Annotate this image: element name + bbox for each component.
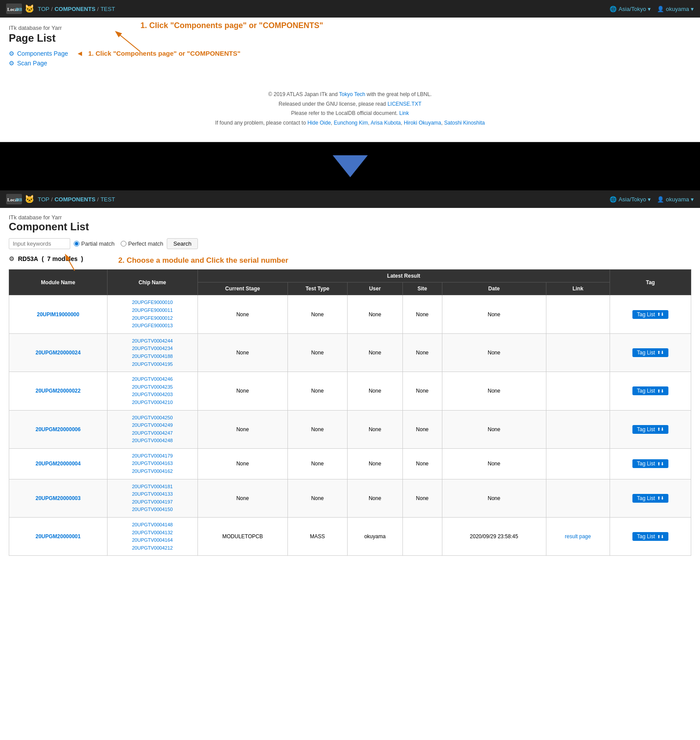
module-link[interactable]: 20UPGM20000001 xyxy=(36,533,81,540)
chip-link[interactable]: 20UPGTV0004133 xyxy=(112,490,193,498)
table-row: 20UPIM1900000020UPGFE900001020UPGFE90000… xyxy=(9,295,691,333)
contact-eunchong[interactable]: Eunchong Kim xyxy=(334,120,368,126)
tag-list-button[interactable]: Tag List ⬆⬇ xyxy=(632,386,668,395)
timezone-dropdown[interactable]: 🌐 Asia/Tokyo ▾ xyxy=(610,6,651,12)
tag-cell: Tag List ⬆⬇ xyxy=(610,333,691,372)
link-cell xyxy=(546,410,610,448)
chip-link[interactable]: 20UPGTV0004188 xyxy=(112,353,193,361)
chip-link[interactable]: 20UPGTV0004210 xyxy=(112,399,193,407)
test-type-cell: None xyxy=(287,295,347,333)
module-link[interactable]: 20UPGM20000022 xyxy=(36,388,81,394)
chip-link[interactable]: 20UPGTV0004203 xyxy=(112,391,193,399)
bottom-brand-logo[interactable]: Local DB 🐱 xyxy=(6,193,34,205)
top-subtitle: ITk database for Yarr xyxy=(9,25,691,31)
tag-list-button[interactable]: Tag List ⬆⬇ xyxy=(632,348,668,357)
current-stage-cell: None xyxy=(197,372,287,410)
th-link: Link xyxy=(546,282,610,295)
bottom-nav-top-link[interactable]: TOP xyxy=(38,196,50,203)
tokyo-tech-link[interactable]: Tokyo Tech xyxy=(339,91,365,97)
chip-link[interactable]: 20UPGTV0004246 xyxy=(112,375,193,383)
license-link[interactable]: LICENSE.TXT xyxy=(388,101,421,107)
component-list-content: ITk database for Yarr Component List Par… xyxy=(0,208,700,562)
chip-link[interactable]: 20UPGFE9000011 xyxy=(112,307,193,315)
doc-link[interactable]: Link xyxy=(399,110,409,116)
chip-link[interactable]: 20UPGTV0004162 xyxy=(112,468,193,475)
chip-link[interactable]: 20UPGTV0004212 xyxy=(112,544,193,552)
step1-annotation: 1. Click "Components page" or "COMPONENT… xyxy=(88,50,241,57)
chip-link[interactable]: 20UPGTV0004235 xyxy=(112,383,193,391)
module-name-cell: 20UPGM20000006 xyxy=(9,410,108,448)
th-tag: Tag xyxy=(610,270,691,295)
partial-match-radio[interactable] xyxy=(74,241,79,247)
contact-satoshi[interactable]: Satoshi Kinoshita xyxy=(444,120,485,126)
chip-link[interactable]: 20UPGTV0004244 xyxy=(112,337,193,345)
tag-list-button[interactable]: Tag List ⬆⬇ xyxy=(632,459,668,468)
user-cell: okuyama xyxy=(347,518,402,556)
brand-logo[interactable]: Local DB 🐱 xyxy=(6,3,34,15)
contact-arisa[interactable]: Arisa Kubota xyxy=(371,120,401,126)
module-link[interactable]: 20UPGM20000006 xyxy=(36,426,81,433)
tag-list-button[interactable]: Tag List ⬆⬇ xyxy=(632,310,668,319)
contact-hide[interactable]: Hide Oide xyxy=(307,120,330,126)
chip-link[interactable]: 20UPGTV0004250 xyxy=(112,414,193,422)
tag-list-button[interactable]: Tag List ⬆⬇ xyxy=(632,494,668,503)
step2-annotation: 2. Choose a module and Click the serial … xyxy=(118,256,288,265)
scan-gear-icon: ⚙ xyxy=(9,60,14,67)
partial-match-label[interactable]: Partial match xyxy=(74,240,115,247)
module-link[interactable]: 20UPIM19000000 xyxy=(37,311,79,318)
bottom-user-icon: 👤 xyxy=(657,196,664,203)
contact-hiroki[interactable]: Hiroki Okuyama xyxy=(404,120,441,126)
chip-link[interactable]: 20UPGTV0004148 xyxy=(112,521,193,529)
user-dropdown[interactable]: 👤 okuyama ▾ xyxy=(657,6,694,12)
top-nav-right: 🌐 Asia/Tokyo ▾ 👤 okuyama ▾ xyxy=(610,6,694,12)
bottom-user-dropdown[interactable]: 👤 okuyama ▾ xyxy=(657,196,694,203)
module-link[interactable]: 20UPGM20000003 xyxy=(36,495,81,501)
chip-name-cell: 20UPGTV000424620UPGTV000423520UPGTV00042… xyxy=(107,372,197,410)
chip-link[interactable]: 20UPGTV0004234 xyxy=(112,345,193,353)
nav-test-link[interactable]: TEST xyxy=(101,6,115,12)
bottom-timezone-dropdown[interactable]: 🌐 Asia/Tokyo ▾ xyxy=(610,196,651,203)
transition-divider xyxy=(0,142,700,190)
chip-link[interactable]: 20UPGTV0004163 xyxy=(112,460,193,468)
chip-link[interactable]: 20UPGTV0004249 xyxy=(112,422,193,429)
result-link[interactable]: result page xyxy=(565,533,591,540)
user-cell: None xyxy=(347,333,402,372)
module-link[interactable]: 20UPGM20000024 xyxy=(36,350,81,356)
perfect-match-label[interactable]: Perfect match xyxy=(121,240,163,247)
bottom-timezone-chevron: ▾ xyxy=(648,196,651,203)
chip-link[interactable]: 20UPGTV0004179 xyxy=(112,452,193,460)
chip-link[interactable]: 20UPGTV0004164 xyxy=(112,536,193,544)
search-button[interactable]: Search xyxy=(167,238,198,249)
bottom-logo-cat-icon: 🐱 xyxy=(25,194,34,204)
bottom-logo-svg: Local DB xyxy=(6,193,22,205)
components-page-link-item: ⚙ Components Page ◀ 1. Click "Components… xyxy=(9,50,691,57)
search-input[interactable] xyxy=(9,238,70,249)
module-name: RD53A xyxy=(18,255,38,262)
tag-list-button[interactable]: Tag List ⬆⬇ xyxy=(632,532,668,541)
chip-link[interactable]: 20UPGTV0004181 xyxy=(112,483,193,491)
bottom-section: Local DB 🐱 TOP / COMPONENTS / TEST 🌐 Asi… xyxy=(0,190,700,562)
chip-link[interactable]: 20UPGFE9000010 xyxy=(112,299,193,307)
chip-link[interactable]: 20UPGFE9000013 xyxy=(112,322,193,330)
footer-line2: Released under the GNU license, please r… xyxy=(16,100,684,109)
module-link[interactable]: 20UPGM20000004 xyxy=(36,461,81,467)
bottom-nav-components-link[interactable]: COMPONENTS xyxy=(54,196,95,203)
chip-link[interactable]: 20UPGTV0004247 xyxy=(112,429,193,437)
chip-link[interactable]: 20UPGTV0004195 xyxy=(112,361,193,368)
current-stage-cell: MODULETOPCB xyxy=(197,518,287,556)
bottom-nav-test-link[interactable]: TEST xyxy=(101,196,115,203)
bottom-nav-links: TOP / COMPONENTS / TEST xyxy=(38,196,606,203)
tag-list-button[interactable]: Tag List ⬆⬇ xyxy=(632,425,668,434)
chip-link[interactable]: 20UPGTV0004248 xyxy=(112,437,193,445)
components-page-link[interactable]: Components Page xyxy=(17,50,68,57)
chip-link[interactable]: 20UPGTV0004197 xyxy=(112,498,193,506)
tag-cell: Tag List ⬆⬇ xyxy=(610,479,691,517)
chip-link[interactable]: 20UPGTV0004150 xyxy=(112,506,193,514)
nav-components-link[interactable]: COMPONENTS xyxy=(54,6,95,12)
nav-top-link[interactable]: TOP xyxy=(38,6,50,12)
top-page-title: Page List xyxy=(9,32,691,44)
scan-page-link[interactable]: Scan Page xyxy=(17,60,47,67)
perfect-match-radio[interactable] xyxy=(121,241,126,247)
chip-link[interactable]: 20UPGFE9000012 xyxy=(112,315,193,322)
chip-link[interactable]: 20UPGTV0004132 xyxy=(112,529,193,537)
